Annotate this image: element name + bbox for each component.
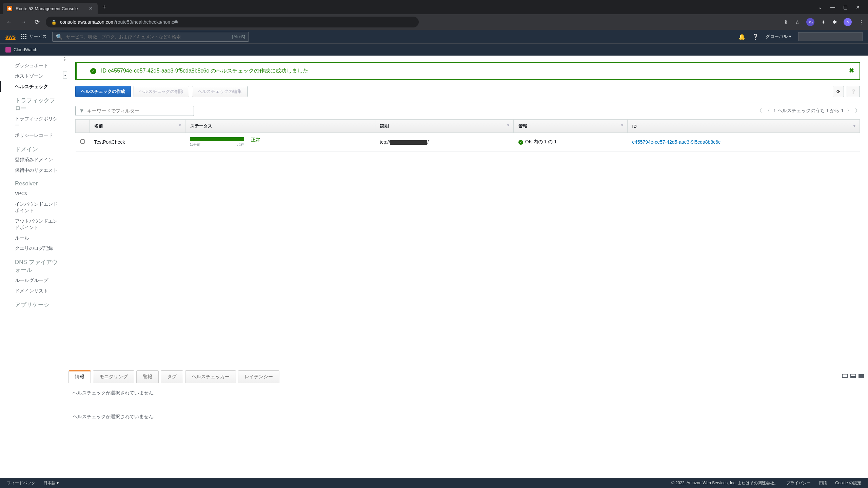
panel-size-full-icon[interactable] [859,374,864,378]
check-icon: ✓ [90,68,96,74]
page-next-icon[interactable]: 〉 [847,108,852,114]
sidebar-item-rulegroup[interactable]: ルールグループ [0,275,67,286]
cloudwatch-icon [5,47,11,53]
url-path: /route53/healthchecks/home#/ [115,19,178,25]
create-healthcheck-button[interactable]: ヘルスチェックの作成 [75,86,131,97]
extension2-icon[interactable]: ✦ [821,19,826,25]
col-checkbox [76,120,90,133]
share-icon[interactable]: ⇪ [784,19,788,25]
edit-healthcheck-button[interactable]: ヘルスチェックの編集 [192,86,248,97]
tab-title: Route 53 Management Console [16,6,85,11]
sidebar-item-domainlist[interactable]: ドメインリスト [0,286,67,296]
sidebar-section-resolver: Resolver [0,176,67,188]
grid-icon [21,34,26,39]
col-description[interactable]: 説明▾ [375,120,514,133]
panel-size-half-icon[interactable] [850,374,856,378]
address-bar[interactable]: 🔒 console.aws.amazon.com/route53/healthc… [46,17,419,27]
table-row[interactable]: TestPortCheck 15分前現在 正常 tcp:/// [76,133,860,151]
sidebar-item-rules[interactable]: ルール [0,233,67,243]
search-input[interactable] [66,34,229,39]
sidebar-section-firewall: DNS ファイアウォール [0,253,67,275]
profile-avatar-icon[interactable]: h [844,18,852,26]
id-link[interactable]: e455794e-ce57-42d5-aae3-9f5cda8b8c6c [632,139,721,145]
search-shortcut: [Alt+S] [232,34,245,39]
region-selector[interactable]: グローバル ▾ [766,34,791,40]
filter-input[interactable] [87,108,190,114]
menu-icon[interactable]: ⋮ [859,19,864,25]
alert-close-icon[interactable]: ✖ [849,67,854,74]
ok-icon: ✓ [518,140,523,145]
sidebar-item-policyrecord[interactable]: ポリシーレコード [0,130,67,141]
sidebar-item-hostedzones[interactable]: ホストゾーン [0,71,67,81]
sidebar-section-app: アプリケーシ [0,296,67,310]
page-first-icon[interactable]: 《 [757,108,762,114]
cloudwatch-label: CloudWatch [14,47,37,52]
help-icon[interactable]: ❔ [752,34,759,40]
pagination-text: 1 ヘルスチェックのうち 1 から 1 [773,108,844,114]
aws-logo[interactable]: aws [5,34,16,40]
delete-healthcheck-button[interactable]: ヘルスチェックの削除 [134,86,189,97]
sort-icon: ▾ [179,123,181,127]
tab-healthcheckers[interactable]: ヘルスチェッカー [185,370,236,383]
page-prev-icon[interactable]: 〈 [765,108,770,114]
collapse-sidebar-icon[interactable]: ◂ [63,71,67,79]
search-box[interactable]: 🔍 [Alt+S] [52,32,249,42]
tab-close-icon[interactable]: ✕ [88,5,94,12]
browser-tab[interactable]: ⬢ Route 53 Management Console ✕ [3,3,98,14]
sidebar-item-registered[interactable]: 登録済みドメイン [0,155,67,165]
search-icon: 🔍 [56,34,63,40]
tab-monitoring[interactable]: モニタリング [93,370,134,383]
services-menu[interactable]: サービス [21,34,47,40]
col-id[interactable]: ID▾ [627,120,860,133]
new-tab-button[interactable]: + [99,2,110,13]
minimize-icon[interactable]: — [830,4,835,10]
col-alarm[interactable]: 警報▾ [514,120,627,133]
tab-tags[interactable]: タグ [161,370,183,383]
sidebar-section-trafficflow: トラフィックフロー [0,92,67,114]
cell-status: 15分前現在 正常 [185,133,375,151]
tab-latency[interactable]: レイテンシー [238,370,279,383]
extensions-icon[interactable]: ✱ [832,19,837,25]
sidebar: ▲▼ ◂ ダッシュボード ホストゾーン ヘルスチェック トラフィックフロー トラ… [0,56,67,478]
row-checkbox[interactable] [80,139,85,144]
cell-id: e455794e-ce57-42d5-aae3-9f5cda8b8c6c [627,133,860,151]
maximize-icon[interactable]: ▢ [843,4,848,10]
sidebar-item-outbound[interactable]: アウトバウンドエンドポイント [0,216,67,233]
healthcheck-table: 名前▾ ステータス 説明▾ 警報▾ ID▾ TestPortCheck [75,119,860,151]
col-name[interactable]: 名前▾ [90,120,185,133]
filter-box[interactable]: ▼ [75,106,194,116]
content-area: ✓ ID e455794e-ce57-42d5-aae3-9f5cda8b8c6… [67,56,868,478]
help-button[interactable]: ❔ [847,86,860,97]
col-status[interactable]: ステータス [185,120,375,133]
sidebar-item-pending[interactable]: 保留中のリクエスト [0,165,67,176]
sidebar-item-inbound[interactable]: インバウンドエンドポイント [0,199,67,216]
panel-size-small-icon[interactable] [842,374,848,378]
sidebar-item-trafficpolicy[interactable]: トラフィックポリシー [0,114,67,130]
forward-icon[interactable]: → [18,17,28,28]
refresh-button[interactable]: ⟳ [833,86,844,97]
sidebar-item-healthchecks[interactable]: ヘルスチェック [0,81,67,92]
lock-icon: 🔒 [51,20,57,25]
account-menu[interactable] [798,32,863,41]
back-icon[interactable]: ← [4,17,14,28]
panel-empty-2: ヘルスチェックが選択されていません. [73,414,863,420]
sidebar-item-dashboard[interactable]: ダッシュボード [0,60,67,71]
tab-alarms[interactable]: 警報 [136,370,159,383]
extension-icon[interactable]: ↯₂ [806,18,814,26]
sort-icon: ▾ [853,124,855,128]
cell-name: TestPortCheck [90,133,185,151]
cell-alarm: ✓OK 内の 1 の 1 [514,133,627,151]
tab-info[interactable]: 情報 [68,370,91,383]
close-window-icon[interactable]: ✕ [856,4,860,10]
chevron-down-icon[interactable]: ⌄ [818,4,822,10]
page-last-icon[interactable]: 》 [855,108,860,114]
bell-icon[interactable]: 🔔 [738,34,745,40]
details-panel: 情報 モニタリング 警報 タグ ヘルスチェッカー レイテンシー ヘルスチェックが… [67,369,868,478]
services-label: サービス [29,34,47,40]
panel-empty-1: ヘルスチェックが選択されていません. [73,390,863,396]
cloudwatch-link[interactable]: CloudWatch [5,47,37,53]
star-icon[interactable]: ☆ [795,19,800,25]
reload-icon[interactable]: ⟳ [33,16,42,28]
sidebar-item-vpcs[interactable]: VPCs [0,188,67,199]
sidebar-item-querylog[interactable]: クエリのログ記録 [0,243,67,253]
